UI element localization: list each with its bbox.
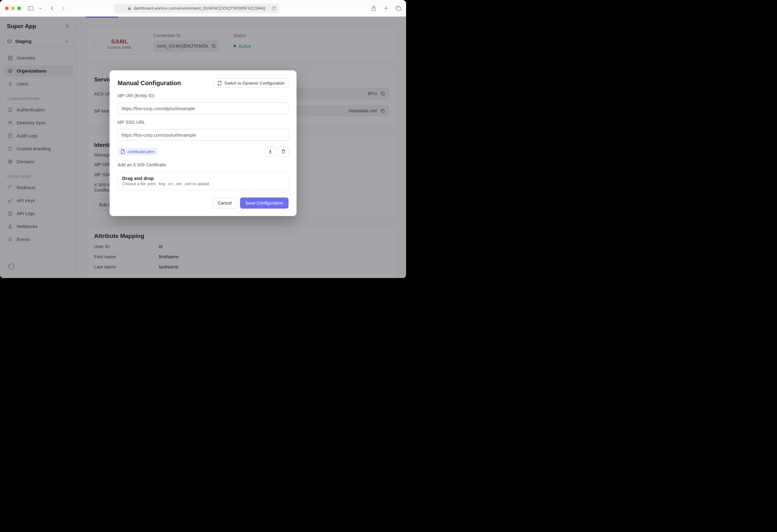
certificate-dropzone[interactable]: Drag and drop Choose a file .pem, .key, … xyxy=(118,172,289,190)
save-configuration-button[interactable]: Save Configuration xyxy=(240,198,289,209)
add-cert-label: Add an X.509 Certificate xyxy=(118,162,289,167)
certificate-chip[interactable]: certificate.pem xyxy=(118,148,158,155)
switch-icon xyxy=(217,81,222,86)
app-body: Super App Staging Overview xyxy=(0,17,406,278)
window-zoom[interactable] xyxy=(17,6,21,10)
dropzone-title: Drag and drop xyxy=(122,176,284,181)
new-tab-icon[interactable] xyxy=(383,6,389,11)
back-icon[interactable] xyxy=(49,6,55,11)
cancel-button[interactable]: Cancel xyxy=(213,198,237,209)
manual-configuration-modal: Manual Configuration Switch to Dynamic C… xyxy=(110,70,297,216)
browser-toolbar: dashboard.workos.com/environment_01HKNCZ… xyxy=(0,0,406,17)
dropzone-subtitle: Choose a file .pem, .key, .crt, .cer, .c… xyxy=(122,182,284,186)
svg-rect-2 xyxy=(128,8,130,10)
browser-window: dashboard.workos.com/environment_01HKNCZ… xyxy=(0,0,406,278)
traffic-lights xyxy=(5,6,21,10)
tabs-icon[interactable] xyxy=(396,6,401,11)
switch-to-dynamic-button[interactable]: Switch to Dynamic Configuration xyxy=(213,78,289,88)
window-close[interactable] xyxy=(5,6,9,10)
idp-sso-input[interactable] xyxy=(118,129,289,141)
url-bar[interactable]: dashboard.workos.com/environment_01HKNCZ… xyxy=(114,4,279,13)
lock-icon xyxy=(128,6,131,10)
delete-certificate-button[interactable] xyxy=(278,146,289,157)
idp-uri-input[interactable] xyxy=(118,102,289,114)
window-minimize[interactable] xyxy=(11,6,15,10)
chevron-down-icon[interactable] xyxy=(38,6,43,11)
forward-icon xyxy=(61,6,66,11)
idp-uri-label: IdP URI (Entity ID) xyxy=(118,93,289,98)
download-certificate-button[interactable] xyxy=(265,146,275,157)
modal-overlay[interactable]: Manual Configuration Switch to Dynamic C… xyxy=(0,17,406,278)
sidebar-toggle-icon[interactable] xyxy=(28,6,33,11)
file-icon xyxy=(121,149,125,154)
modal-title: Manual Configuration xyxy=(118,80,181,87)
download-icon xyxy=(268,149,273,154)
svg-rect-4 xyxy=(397,7,401,10)
refresh-icon[interactable] xyxy=(271,6,276,10)
url-text: dashboard.workos.com/environment_01HKNCZ… xyxy=(134,6,266,10)
trash-icon xyxy=(281,149,286,154)
share-icon[interactable] xyxy=(371,6,376,11)
idp-sso-label: IdP SSO URL xyxy=(118,120,289,125)
svg-rect-0 xyxy=(28,6,33,10)
